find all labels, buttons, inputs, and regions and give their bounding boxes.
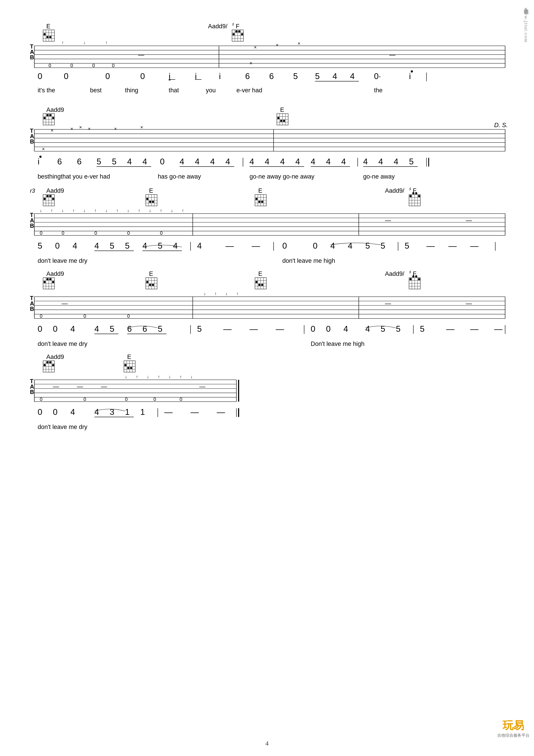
note-2-13: 4 bbox=[249, 157, 254, 166]
note-2-6: 4 bbox=[127, 157, 132, 166]
tab-b-1: B bbox=[30, 54, 34, 60]
svg-text:—: — bbox=[53, 383, 59, 390]
note-4-10: 0 bbox=[311, 324, 316, 334]
svg-text:↑: ↑ bbox=[105, 40, 108, 45]
chord-e-s3-2: E bbox=[149, 187, 153, 194]
note-3-6: 5 bbox=[125, 241, 130, 251]
chord-e-s4-3: E bbox=[258, 270, 262, 277]
note-num-1-12: 4 bbox=[333, 72, 337, 81]
note-4-9: 5 bbox=[197, 324, 202, 334]
note-3-16: 5 bbox=[381, 241, 385, 251]
svg-point-67 bbox=[280, 120, 282, 122]
note-5-dash1: — bbox=[164, 407, 172, 417]
lyrics-2c: go-ne away go-ne away bbox=[249, 173, 315, 180]
svg-point-215 bbox=[418, 278, 420, 280]
note-2-4: 5 bbox=[97, 157, 101, 166]
note-5-1: 0 bbox=[38, 407, 42, 417]
note-2-18: 4 bbox=[326, 157, 331, 166]
svg-text:—: — bbox=[466, 300, 472, 307]
svg-text:0: 0 bbox=[125, 397, 128, 402]
note-5-4: 4 bbox=[94, 407, 99, 417]
svg-text:—: — bbox=[138, 51, 144, 58]
note-2-21: 4 bbox=[378, 157, 383, 166]
svg-point-194 bbox=[152, 284, 154, 286]
svg-text:0: 0 bbox=[70, 63, 73, 68]
svg-point-102 bbox=[46, 195, 49, 197]
logo-text: 玩易 bbox=[497, 718, 529, 733]
ds-mark: D. S. bbox=[494, 122, 508, 128]
svg-text:↓: ↓ bbox=[204, 291, 206, 296]
svg-text:↑: ↑ bbox=[116, 208, 118, 213]
svg-point-19 bbox=[238, 30, 240, 33]
svg-point-135 bbox=[415, 192, 417, 194]
svg-point-124 bbox=[258, 201, 261, 203]
svg-text:0: 0 bbox=[40, 397, 42, 402]
lyrics-5a: don't leave me dry bbox=[38, 423, 88, 430]
note-2-12: 4 bbox=[225, 157, 230, 166]
tab-b-4: B bbox=[30, 306, 34, 312]
svg-point-56 bbox=[49, 114, 51, 116]
tab-b-2: B bbox=[30, 138, 34, 145]
svg-point-203 bbox=[258, 284, 261, 286]
chord-aadd9f-label-1: Aadd9/ bbox=[208, 23, 227, 30]
chord-aadd9-s5-1: Aadd9 bbox=[46, 353, 64, 360]
svg-text:↑: ↑ bbox=[138, 208, 140, 213]
tab-score: E Aadd9/ ♯ F T A B bbox=[18, 14, 516, 648]
note-2-15: 4 bbox=[280, 157, 285, 166]
svg-text:0: 0 bbox=[84, 397, 86, 402]
note-4-13: 4 bbox=[365, 324, 370, 334]
svg-text:0: 0 bbox=[94, 230, 97, 236]
note-3-5: 5 bbox=[110, 241, 114, 251]
svg-text:0: 0 bbox=[127, 230, 130, 236]
chord-e-label: E bbox=[46, 23, 50, 30]
svg-point-192 bbox=[146, 281, 148, 283]
svg-text:↓: ↓ bbox=[84, 208, 86, 213]
svg-text:↑: ↑ bbox=[51, 208, 53, 213]
svg-text:↓: ↓ bbox=[84, 40, 86, 45]
note-num-1-14: 0· bbox=[374, 72, 381, 81]
svg-point-17 bbox=[232, 33, 235, 36]
svg-point-9 bbox=[49, 36, 51, 38]
svg-text:—: — bbox=[385, 300, 391, 307]
svg-text:0: 0 bbox=[48, 63, 51, 68]
chord-sharp-s3: ♯ bbox=[409, 186, 411, 192]
note-2-16: 4 bbox=[295, 157, 300, 166]
svg-text:×: × bbox=[254, 45, 257, 50]
lyrics-4a: don't leave me dry bbox=[38, 340, 88, 347]
svg-point-58 bbox=[52, 117, 54, 119]
note-4-5: 5 bbox=[110, 324, 114, 334]
svg-text:0: 0 bbox=[160, 230, 163, 236]
note-2-14: 4 bbox=[265, 157, 269, 166]
lyrics-1f: e-ver had bbox=[237, 87, 262, 94]
svg-text:—: — bbox=[62, 300, 68, 307]
svg-text:—: — bbox=[77, 383, 83, 390]
watermark-bottom: 玩易 吉他综合服务平台 bbox=[497, 718, 529, 738]
chord-aadd9f-s3-4: Aadd9/ bbox=[385, 187, 405, 194]
svg-text:↓: ↓ bbox=[191, 374, 193, 379]
note-num-1-8: 6 bbox=[245, 72, 250, 81]
note-3-11: 0 bbox=[282, 241, 287, 251]
note-3-7: 4 bbox=[142, 241, 147, 251]
lyrics-1g: the bbox=[374, 87, 383, 94]
note-3-2: 0 bbox=[55, 241, 60, 251]
svg-text:↓: ↓ bbox=[127, 208, 129, 213]
svg-point-202 bbox=[255, 281, 258, 283]
svg-point-7 bbox=[43, 33, 46, 36]
note-5-6: 1 bbox=[125, 407, 130, 417]
svg-text:↑: ↑ bbox=[136, 374, 138, 379]
note-2-9: 4 bbox=[180, 157, 185, 166]
note-3-4: 4 bbox=[94, 241, 99, 251]
svg-point-249 bbox=[46, 361, 49, 364]
svg-point-133 bbox=[410, 195, 412, 197]
svg-point-113 bbox=[146, 198, 148, 200]
note-3-dash5: — bbox=[470, 241, 479, 251]
svg-point-57 bbox=[43, 117, 46, 119]
note-4-3: 4 bbox=[70, 324, 75, 334]
lyrics-3a: don't leave me dry bbox=[38, 257, 88, 264]
svg-text:—: — bbox=[199, 383, 206, 390]
svg-text:↓: ↓ bbox=[149, 208, 151, 213]
svg-text:—: — bbox=[466, 217, 472, 224]
section-marker-3: r3 bbox=[30, 188, 35, 194]
logo-sub: 吉他综合服务平台 bbox=[497, 733, 529, 738]
chord-aadd9f-s4-4: Aadd9/ bbox=[385, 270, 405, 277]
